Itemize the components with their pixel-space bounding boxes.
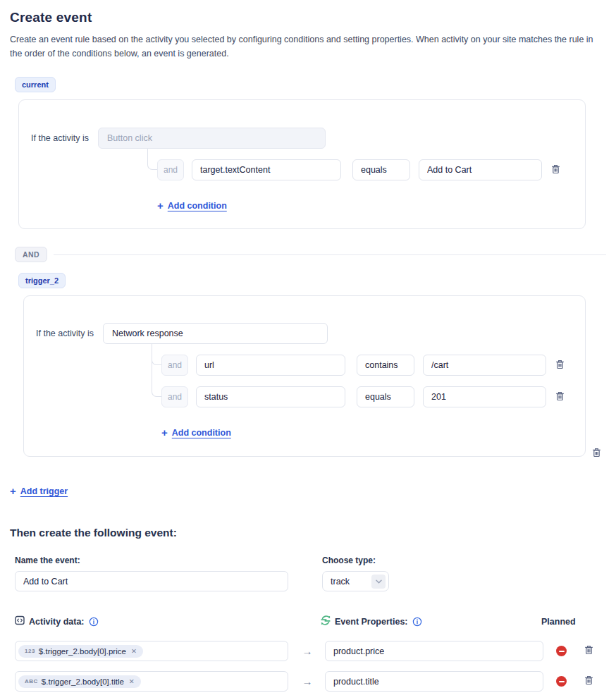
choose-type-label: Choose type: xyxy=(322,555,389,565)
plus-icon: + xyxy=(157,199,164,211)
and-divider-chip: AND xyxy=(15,247,47,262)
condition-field-input[interactable] xyxy=(192,159,341,180)
page-title: Create event xyxy=(10,10,606,25)
trigger-badge-trigger-2: trigger_2 xyxy=(18,273,66,288)
plus-icon: + xyxy=(10,485,16,497)
condition-row: and equals xyxy=(157,159,585,180)
add-condition-button[interactable]: + Add condition xyxy=(157,199,227,211)
condition-value-input[interactable] xyxy=(423,386,546,407)
activity-type-input[interactable] xyxy=(103,323,328,344)
activity-data-header: Activity data: xyxy=(29,617,85,627)
delete-condition-button[interactable] xyxy=(555,391,565,403)
delete-condition-button[interactable] xyxy=(551,164,560,176)
activity-label: If the activity is xyxy=(24,328,103,338)
event-properties-header: Event Properties: xyxy=(335,617,408,627)
chevron-down-icon xyxy=(371,575,386,589)
condition-connector-branch xyxy=(152,344,161,365)
trash-icon xyxy=(551,164,560,176)
condition-value-input[interactable] xyxy=(423,355,546,376)
info-icon[interactable] xyxy=(412,617,422,627)
planned-header: Planned xyxy=(541,617,576,627)
delete-mapping-button[interactable] xyxy=(584,645,593,657)
add-condition-button[interactable]: + Add condition xyxy=(161,426,231,438)
page-description: Create an event rule based on the activi… xyxy=(10,32,606,61)
segment-icon xyxy=(321,615,331,627)
activity-label: If the activity is xyxy=(19,133,98,143)
code-icon xyxy=(15,615,25,627)
name-event-label: Name the event: xyxy=(15,555,322,565)
condition-connector-line xyxy=(147,149,157,170)
mapping-headers: Activity data: Event xyxy=(10,615,606,627)
delete-mapping-button[interactable] xyxy=(584,675,593,687)
and-connector-chip: and xyxy=(161,386,188,407)
mapping-row: 123 $.trigger_2.body[0].price ✕ → xyxy=(10,641,606,661)
arrow-right-icon: → xyxy=(300,675,314,687)
trash-icon xyxy=(584,675,593,687)
close-icon[interactable]: ✕ xyxy=(129,677,135,685)
event-type-select[interactable]: track xyxy=(322,571,389,591)
activity-row: If the activity is xyxy=(24,296,585,344)
create-event-page: Create event Create an event rule based … xyxy=(0,0,616,700)
string-type-icon: ABC xyxy=(25,678,38,684)
and-connector-chip: and xyxy=(157,159,184,180)
trigger-card-2: If the activity is and contains xyxy=(23,295,586,457)
add-trigger-button[interactable]: + Add trigger xyxy=(10,485,68,497)
remove-planned-button[interactable] xyxy=(556,676,567,687)
plus-icon: + xyxy=(161,426,168,438)
mapping-chip: ABC $.trigger_2.body[0].title ✕ xyxy=(18,675,141,688)
condition-operator-select[interactable]: equals xyxy=(357,386,414,407)
condition-value-input[interactable] xyxy=(419,159,542,180)
info-icon[interactable] xyxy=(89,617,99,627)
number-type-icon: 123 xyxy=(25,648,35,654)
condition-row: and contains xyxy=(161,355,585,376)
trigger-card-1: If the activity is and equals xyxy=(18,99,586,229)
mapping-source-input[interactable]: ABC $.trigger_2.body[0].title ✕ xyxy=(15,671,288,692)
and-connector-chip: and xyxy=(161,355,188,376)
name-type-row: Name the event: Choose type: track xyxy=(10,555,606,591)
delete-trigger-button[interactable] xyxy=(592,448,601,460)
activity-type-input[interactable] xyxy=(98,128,326,149)
condition-operator-select[interactable]: equals xyxy=(352,159,410,180)
mapping-row: ABC $.trigger_2.body[0].title ✕ → xyxy=(10,671,606,692)
close-icon[interactable]: ✕ xyxy=(131,647,137,655)
remove-planned-button[interactable] xyxy=(556,646,567,656)
condition-operator-select[interactable]: contains xyxy=(357,355,414,376)
condition-row: and equals xyxy=(161,386,585,407)
condition-field-input[interactable] xyxy=(196,386,345,407)
divider-line xyxy=(54,254,606,255)
event-section-heading: Then create the following event: xyxy=(10,527,606,539)
and-divider: AND xyxy=(10,247,606,262)
trash-icon xyxy=(555,360,565,372)
mapping-source-input[interactable]: 123 $.trigger_2.body[0].price ✕ xyxy=(15,641,288,661)
condition-field-input[interactable] xyxy=(196,355,345,376)
event-name-input[interactable] xyxy=(15,571,288,591)
activity-row: If the activity is xyxy=(19,100,585,149)
mapping-target-input[interactable] xyxy=(325,641,543,661)
trash-icon xyxy=(592,449,601,460)
arrow-right-icon: → xyxy=(300,645,314,657)
mapping-chip: 123 $.trigger_2.body[0].price ✕ xyxy=(18,645,143,658)
mapping-target-input[interactable] xyxy=(325,671,543,692)
trash-icon xyxy=(584,645,593,657)
trash-icon xyxy=(555,391,565,403)
trigger-card-2-wrap: If the activity is and contains xyxy=(23,295,586,457)
trigger-badge-current: current xyxy=(15,77,56,92)
delete-condition-button[interactable] xyxy=(555,360,565,372)
